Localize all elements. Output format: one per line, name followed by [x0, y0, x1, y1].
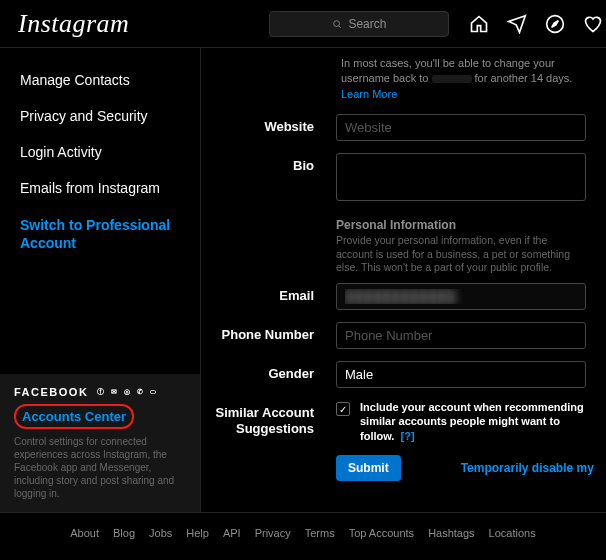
fb-icon: ⓕ — [96, 387, 106, 397]
search-input[interactable]: Search — [269, 11, 449, 37]
accounts-center-link[interactable]: Accounts Center — [14, 404, 134, 429]
row-bio: Bio — [211, 153, 586, 204]
svg-marker-3 — [552, 20, 559, 27]
learn-more-link[interactable]: Learn More — [341, 88, 397, 100]
email-input[interactable] — [336, 283, 586, 310]
sidebar-item-switch-professional[interactable]: Switch to Professional Account — [20, 206, 200, 262]
messenger-icon: ✉ — [109, 387, 119, 397]
heart-icon[interactable] — [583, 14, 603, 34]
messages-icon[interactable] — [507, 14, 527, 34]
form-actions: Submit Temporarily disable my — [211, 455, 586, 481]
label-email: Email — [211, 283, 336, 303]
footer-jobs[interactable]: Jobs — [149, 527, 172, 539]
sidebar-item-emails[interactable]: Emails from Instagram — [20, 170, 200, 206]
top-header: Instagram Search — [0, 0, 606, 48]
label-similar: Similar Account Suggestions — [211, 400, 336, 436]
note-post: for another 14 days. — [475, 72, 573, 84]
similar-help-link[interactable]: [?] — [401, 430, 415, 442]
svg-point-0 — [334, 20, 340, 26]
username-note: In most cases, you'll be able to change … — [211, 56, 586, 114]
footer-blog[interactable]: Blog — [113, 527, 135, 539]
footer-links: About Blog Jobs Help API Privacy Terms T… — [0, 512, 606, 553]
sidebar-item-privacy[interactable]: Privacy and Security — [20, 98, 200, 134]
row-similar: Similar Account Suggestions ✓ Include yo… — [211, 400, 586, 443]
facebook-title-text: FACEBOOK — [14, 386, 88, 398]
similar-text: Include your account when recommending s… — [360, 401, 584, 442]
main-area: Manage Contacts Privacy and Security Log… — [0, 48, 606, 512]
row-phone: Phone Number — [211, 322, 586, 349]
footer-locations[interactable]: Locations — [489, 527, 536, 539]
edit-profile-form: In most cases, you'll be able to change … — [200, 48, 606, 512]
bio-input[interactable] — [336, 153, 586, 201]
footer-terms[interactable]: Terms — [305, 527, 335, 539]
oculus-icon: ⬭ — [148, 387, 158, 397]
gender-input[interactable] — [336, 361, 586, 388]
facebook-product-icons: ⓕ ✉ ◎ ✆ ⬭ — [96, 387, 158, 397]
search-icon — [332, 19, 342, 29]
phone-input[interactable] — [336, 322, 586, 349]
similar-check-row: ✓ Include your account when recommending… — [336, 400, 586, 443]
personal-info-section: Personal Information Provide your person… — [211, 218, 586, 275]
similar-check-label: Include your account when recommending s… — [360, 400, 586, 443]
home-icon[interactable] — [469, 14, 489, 34]
footer-privacy[interactable]: Privacy — [255, 527, 291, 539]
footer-top-accounts[interactable]: Top Accounts — [349, 527, 414, 539]
sidebar-item-contacts[interactable]: Manage Contacts — [20, 62, 200, 98]
redacted-username — [432, 75, 472, 83]
similar-checkbox[interactable]: ✓ — [336, 402, 350, 416]
row-website: Website — [211, 114, 586, 141]
footer-api[interactable]: API — [223, 527, 241, 539]
svg-line-1 — [339, 25, 341, 27]
row-gender: Gender — [211, 361, 586, 388]
label-website: Website — [211, 114, 336, 134]
footer-hashtags[interactable]: Hashtags — [428, 527, 474, 539]
website-input[interactable] — [336, 114, 586, 141]
label-phone: Phone Number — [211, 322, 336, 342]
facebook-box: FACEBOOK ⓕ ✉ ◎ ✆ ⬭ Accounts Center Contr… — [0, 374, 200, 512]
personal-info-desc: Provide your personal information, even … — [336, 234, 586, 275]
personal-info-title: Personal Information — [336, 218, 586, 232]
facebook-title: FACEBOOK ⓕ ✉ ◎ ✆ ⬭ — [14, 386, 186, 398]
footer-about[interactable]: About — [70, 527, 99, 539]
disable-account-link[interactable]: Temporarily disable my — [461, 461, 594, 475]
label-gender: Gender — [211, 361, 336, 381]
ig-icon: ◎ — [122, 387, 132, 397]
search-container: Search — [269, 11, 449, 37]
explore-icon[interactable] — [545, 14, 565, 34]
label-bio: Bio — [211, 153, 336, 173]
instagram-logo[interactable]: Instagram — [18, 9, 129, 39]
submit-button[interactable]: Submit — [336, 455, 401, 481]
row-email: Email — [211, 283, 586, 310]
sidebar-item-login-activity[interactable]: Login Activity — [20, 134, 200, 170]
nav-icons — [469, 14, 606, 34]
whatsapp-icon: ✆ — [135, 387, 145, 397]
search-placeholder: Search — [348, 17, 386, 31]
facebook-desc: Control settings for connected experienc… — [14, 435, 186, 500]
footer-help[interactable]: Help — [186, 527, 209, 539]
settings-sidebar: Manage Contacts Privacy and Security Log… — [0, 48, 200, 512]
